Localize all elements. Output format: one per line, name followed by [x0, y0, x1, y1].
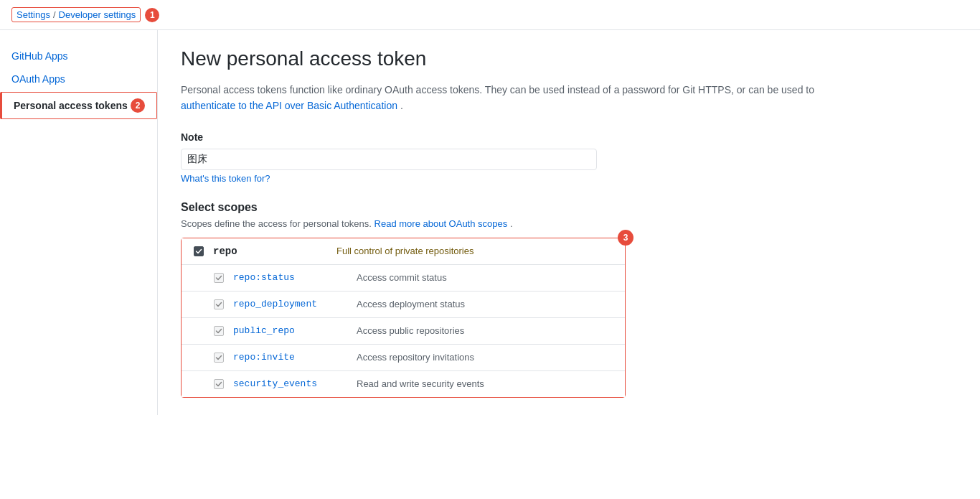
public-repo-scope-name: public_repo: [233, 325, 348, 336]
desc-text2: .: [400, 100, 403, 111]
auth-link-text: authenticate to the API over Basic Authe…: [181, 100, 397, 111]
oauth-scopes-link[interactable]: Read more about OAuth scopes: [374, 218, 510, 229]
repo-scope-desc: Full control of private repositories: [336, 246, 473, 256]
repo-checkbox-wrapper[interactable]: [193, 246, 204, 257]
what-is-this-link[interactable]: What's this token for?: [181, 173, 824, 184]
settings-link[interactable]: Settings / Developer settings: [11, 7, 141, 22]
scopes-desc-text1: Scopes define the access for personal to…: [181, 218, 374, 229]
repo-invite-checkbox-wrapper[interactable]: [213, 352, 225, 363]
sidebar: GitHub Apps OAuth Apps Personal access t…: [0, 30, 158, 415]
oauth-scopes-link-text: Read more about OAuth scopes: [374, 218, 508, 229]
repo-deployment-checkbox[interactable]: [214, 299, 224, 309]
description: Personal access tokens function like ord…: [181, 82, 824, 114]
main-layout: GitHub Apps OAuth Apps Personal access t…: [0, 30, 980, 415]
sidebar-item-label: Personal access tokens: [14, 100, 128, 111]
repo-status-checkbox[interactable]: [214, 273, 224, 283]
security-events-scope-name: security_events: [233, 378, 348, 389]
separator-slash: /: [53, 9, 56, 20]
scope-row-repo: repo Full control of private repositorie…: [182, 238, 625, 265]
scope-row-repo-status: repo:status Access commit status: [182, 265, 625, 292]
public-repo-checkbox-wrapper[interactable]: [213, 325, 225, 337]
scope-row-public-repo: public_repo Access public repositories: [182, 318, 625, 345]
desc-text1: Personal access tokens function like ord…: [181, 84, 814, 95]
repo-status-checkbox-wrapper[interactable]: [213, 272, 225, 284]
page-title: New personal access token: [181, 47, 824, 70]
sidebar-item-personal-access-tokens[interactable]: Personal access tokens 2: [0, 92, 157, 119]
breadcrumb: Settings / Developer settings 1: [0, 0, 980, 30]
repo-deployment-scope-desc: Access deployment status: [357, 299, 465, 309]
repo-status-scope-desc: Access commit status: [357, 272, 447, 283]
public-repo-scope-desc: Access public repositories: [357, 325, 464, 336]
sidebar-item-label: GitHub Apps: [11, 50, 68, 62]
sidebar-active-badge: 2: [131, 98, 145, 113]
scope-row-security-events: security_events Read and write security …: [182, 371, 625, 397]
repo-invite-scope-desc: Access repository invitations: [357, 352, 474, 363]
settings-label: Settings: [17, 9, 50, 20]
select-scopes-desc: Scopes define the access for personal to…: [181, 218, 824, 229]
repo-status-scope-name: repo:status: [233, 272, 348, 283]
repo-scope-name: repo: [213, 246, 328, 257]
step-badge-1: 1: [145, 8, 159, 22]
scope-row-repo-deployment: repo_deployment Access deployment status: [182, 292, 625, 318]
sidebar-item-oauth-apps[interactable]: OAuth Apps: [0, 67, 157, 90]
security-events-checkbox[interactable]: [214, 379, 224, 389]
repo-invite-scope-name: repo:invite: [233, 352, 348, 363]
security-events-checkbox-wrapper[interactable]: [213, 378, 225, 390]
public-repo-checkbox[interactable]: [214, 326, 224, 336]
sidebar-item-label: OAuth Apps: [11, 73, 65, 85]
note-input[interactable]: [181, 149, 597, 170]
main-content: New personal access token Personal acces…: [158, 30, 847, 415]
sidebar-item-github-apps[interactable]: GitHub Apps: [0, 45, 157, 67]
auth-link[interactable]: authenticate to the API over Basic Authe…: [181, 100, 400, 111]
repo-checkbox[interactable]: [194, 246, 204, 256]
select-scopes-title: Select scopes: [181, 201, 824, 214]
repo-deployment-scope-name: repo_deployment: [233, 299, 348, 309]
scopes-badge: 3: [618, 230, 633, 246]
scopes-box: 3 repo Full control of private repositor…: [181, 238, 626, 398]
developer-settings-label: Developer settings: [59, 9, 136, 20]
scope-row-repo-invite: repo:invite Access repository invitation…: [182, 345, 625, 371]
security-events-scope-desc: Read and write security events: [357, 378, 484, 389]
note-label: Note: [181, 131, 824, 143]
scopes-desc-text2: .: [510, 218, 513, 229]
repo-deployment-checkbox-wrapper[interactable]: [213, 299, 225, 310]
repo-invite-checkbox[interactable]: [214, 353, 224, 363]
what-is-this-label: What's this token for?: [181, 173, 270, 184]
